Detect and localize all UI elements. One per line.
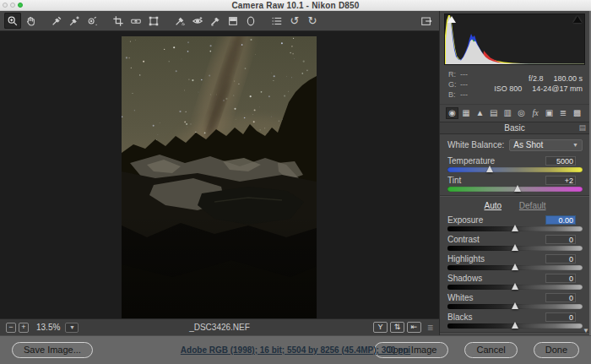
traffic-lights bbox=[3, 3, 23, 8]
iso-value: ISO 800 bbox=[494, 84, 522, 94]
panel-tabs: ◉ ▦ ▲ ▤ ▥ ◎ fx ▣ ≣ ▩ bbox=[440, 104, 589, 122]
whites-row: Whites0 bbox=[447, 293, 583, 309]
highlights-slider[interactable] bbox=[447, 265, 583, 270]
scroll-down-icon[interactable]: ▼ bbox=[583, 328, 589, 334]
exposure-label: Exposure bbox=[447, 215, 483, 225]
bottom-bar: Save Image... Adobe RGB (1998); 16 bit; … bbox=[0, 335, 591, 364]
workflow-options-link[interactable]: Adobe RGB (1998); 16 bit; 5504 by 8256 (… bbox=[181, 345, 410, 355]
done-button[interactable]: Done bbox=[534, 342, 579, 358]
color-sampler-tool-icon[interactable] bbox=[66, 13, 83, 29]
swap-before-after-button[interactable]: ⇅ bbox=[390, 322, 404, 333]
highlight-clipping-icon[interactable] bbox=[573, 16, 582, 23]
tab-camera-calibration[interactable]: ▣ bbox=[543, 107, 556, 119]
slider-thumb[interactable] bbox=[486, 166, 493, 172]
contrast-value[interactable]: 0 bbox=[545, 235, 576, 244]
shadows-slider[interactable] bbox=[447, 285, 583, 290]
slider-thumb[interactable] bbox=[512, 283, 518, 290]
close-window-button[interactable] bbox=[3, 3, 8, 8]
temperature-row: Temperature5000 bbox=[447, 156, 583, 172]
preview-canvas[interactable] bbox=[0, 31, 439, 318]
shadow-clipping-icon[interactable] bbox=[447, 16, 456, 23]
auto-link[interactable]: Auto bbox=[484, 201, 502, 210]
targeted-adjustment-tool-icon[interactable] bbox=[84, 13, 100, 29]
before-after-cycle-button[interactable]: Y bbox=[373, 322, 388, 333]
transform-tool-icon[interactable] bbox=[145, 13, 162, 29]
shadows-row: Shadows0 bbox=[447, 274, 583, 290]
slider-thumb[interactable] bbox=[512, 263, 518, 270]
zoom-out-button[interactable]: − bbox=[6, 323, 16, 333]
lens-value: 14-24@17 mm bbox=[532, 84, 583, 94]
rotate-left-icon[interactable]: ↺ bbox=[286, 13, 303, 29]
zoom-in-button[interactable]: + bbox=[19, 323, 29, 333]
white-balance-tool-icon[interactable] bbox=[48, 13, 65, 29]
window-title: Camera Raw 10.1 - Nikon D850 bbox=[231, 1, 359, 10]
whites-value[interactable]: 0 bbox=[545, 293, 576, 302]
copy-settings-button[interactable]: ⇤ bbox=[407, 322, 421, 333]
slider-thumb[interactable] bbox=[514, 185, 521, 192]
zoom-level-dropdown[interactable]: ▼ bbox=[65, 323, 79, 333]
contrast-row: Contrast0 bbox=[447, 235, 583, 251]
tab-detail[interactable]: ▲ bbox=[474, 107, 486, 119]
exposure-slider[interactable] bbox=[447, 226, 583, 231]
toggle-fullscreen-icon[interactable] bbox=[418, 13, 435, 29]
straighten-tool-icon[interactable] bbox=[127, 13, 144, 29]
cancel-button[interactable]: Cancel bbox=[464, 342, 517, 358]
minimize-window-button[interactable] bbox=[10, 3, 15, 8]
white-balance-select[interactable]: As Shot ▼ bbox=[509, 139, 583, 151]
tab-snapshots[interactable]: ▩ bbox=[571, 107, 583, 119]
preferences-icon[interactable] bbox=[268, 13, 285, 29]
highlights-row: Highlights0 bbox=[447, 254, 583, 270]
default-link[interactable]: Default bbox=[519, 201, 546, 210]
r-label: R: bbox=[448, 69, 460, 79]
highlights-value[interactable]: 0 bbox=[545, 254, 576, 263]
radial-filter-tool-icon[interactable] bbox=[242, 13, 259, 29]
tint-slider[interactable] bbox=[447, 187, 583, 192]
shadows-value[interactable]: 0 bbox=[545, 274, 576, 283]
preview-menu-icon[interactable]: ≡ bbox=[427, 322, 433, 334]
shutter-value: 180.00 s bbox=[553, 73, 583, 84]
chevron-down-icon: ▼ bbox=[572, 142, 578, 148]
temperature-slider[interactable] bbox=[447, 167, 583, 172]
contrast-slider[interactable] bbox=[447, 246, 583, 251]
tab-hsl-grayscale[interactable]: ▤ bbox=[487, 107, 500, 119]
spot-removal-tool-icon[interactable] bbox=[171, 13, 188, 29]
tab-tone-curve[interactable]: ▦ bbox=[459, 107, 472, 119]
slider-thumb[interactable] bbox=[512, 322, 518, 329]
save-image-button[interactable]: Save Image... bbox=[12, 342, 93, 358]
whites-slider[interactable] bbox=[447, 304, 583, 309]
crop-tool-icon[interactable] bbox=[110, 13, 127, 29]
g-value: --- bbox=[460, 79, 468, 90]
tab-presets[interactable]: ≣ bbox=[557, 107, 570, 119]
hand-tool-icon[interactable] bbox=[22, 13, 39, 29]
adjustments-panel: R:--- G:--- B:--- f/2.8180.00 s ISO 8001… bbox=[440, 11, 591, 335]
tab-effects[interactable]: fx bbox=[529, 107, 542, 119]
panel-menu-icon[interactable]: ▤ bbox=[578, 124, 586, 132]
preview-image[interactable] bbox=[122, 36, 317, 319]
titlebar: Camera Raw 10.1 - Nikon D850 bbox=[0, 0, 591, 11]
panel-header: Basic ▤ bbox=[440, 122, 589, 134]
temperature-value[interactable]: 5000 bbox=[545, 156, 576, 166]
zoom-level[interactable]: 13.5% bbox=[36, 323, 60, 332]
zoom-tool-icon[interactable] bbox=[4, 13, 21, 29]
highlights-label: Highlights bbox=[447, 254, 485, 263]
tint-value[interactable]: +2 bbox=[545, 176, 576, 185]
exposure-value[interactable]: 0.00 bbox=[545, 215, 576, 225]
red-eye-tool-icon[interactable] bbox=[189, 13, 206, 29]
graduated-filter-tool-icon[interactable] bbox=[225, 13, 241, 29]
tab-basic[interactable]: ◉ bbox=[446, 107, 458, 119]
tint-label: Tint bbox=[447, 176, 461, 185]
zoom-window-button[interactable] bbox=[18, 3, 23, 8]
statusbar: − + 13.5% ▼ _DSC3426.NEF Y ⇅ ⇤ ≡ bbox=[0, 318, 439, 335]
slider-thumb[interactable] bbox=[512, 225, 518, 231]
tab-lens-corrections[interactable]: ◎ bbox=[515, 107, 528, 119]
histogram[interactable] bbox=[444, 14, 585, 65]
tab-split-toning[interactable]: ▥ bbox=[502, 107, 514, 119]
exif-readout: f/2.8180.00 s ISO 80014-24@17 mm bbox=[487, 69, 583, 100]
adjustment-brush-tool-icon[interactable] bbox=[207, 13, 224, 29]
blacks-value[interactable]: 0 bbox=[545, 312, 576, 322]
preview-toggles: Y ⇅ ⇤ ≡ bbox=[373, 322, 433, 334]
rotate-right-icon[interactable]: ↻ bbox=[304, 13, 321, 29]
slider-thumb[interactable] bbox=[512, 302, 518, 309]
blacks-slider[interactable] bbox=[447, 323, 583, 329]
slider-thumb[interactable] bbox=[512, 244, 518, 251]
